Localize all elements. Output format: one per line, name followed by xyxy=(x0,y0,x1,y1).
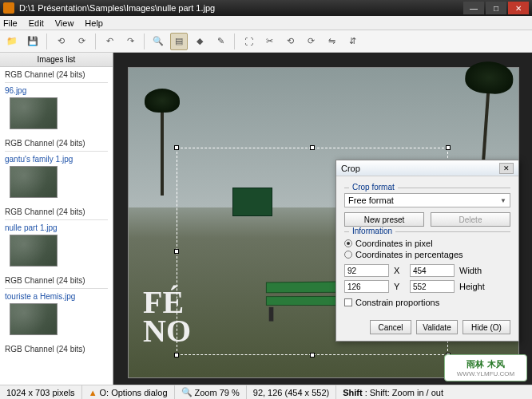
status-options: ▲O: Options dialog xyxy=(82,385,175,399)
handle-bot-left[interactable] xyxy=(174,353,179,358)
dialog-title: Crop xyxy=(341,164,499,173)
close-button[interactable]: ✕ xyxy=(508,2,529,14)
crop-height-input[interactable] xyxy=(410,280,455,293)
undo-icon[interactable]: ↶ xyxy=(101,33,118,50)
flip-h-icon[interactable]: ⇋ xyxy=(323,33,340,50)
images-list-panel: Images list RGB Channel (24 bits) 96.jpg… xyxy=(0,53,113,385)
layers-icon[interactable]: ▤ xyxy=(170,33,188,50)
effects-icon[interactable]: ◆ xyxy=(191,33,208,50)
window-title: D:\1 Présentation\Samples\Images\nulle p… xyxy=(19,3,463,13)
redo-icon[interactable]: ↷ xyxy=(121,33,139,50)
handle-top-left[interactable] xyxy=(174,145,179,150)
status-shift: Shift: Shift: Zoom in / out xyxy=(336,385,450,399)
app-icon xyxy=(3,2,14,14)
crop-icon[interactable]: ✂ xyxy=(260,33,278,50)
stack-back-icon[interactable]: ⟲ xyxy=(52,33,69,50)
crop-format-select[interactable]: Free format xyxy=(344,193,510,207)
new-preset-button[interactable]: New preset xyxy=(344,212,424,227)
validate-button[interactable]: Validate xyxy=(416,320,458,334)
thumbnail xyxy=(10,235,58,267)
open-icon[interactable]: 📁 xyxy=(3,33,21,50)
menu-file[interactable]: File xyxy=(3,18,18,28)
status-coords: 92, 126 (454 x 552) xyxy=(247,385,336,399)
menu-edit[interactable]: Edit xyxy=(29,18,44,28)
handle-mid-left[interactable] xyxy=(174,249,179,254)
watermark: 雨林 木风 WWW.YLMFU.COM xyxy=(444,354,527,381)
cancel-button[interactable]: Cancel xyxy=(370,320,411,334)
coords-percent-radio[interactable]: Coordinates in percentages xyxy=(344,250,510,259)
rotate-left-icon[interactable]: ⟲ xyxy=(281,33,299,50)
status-dimensions: 1024 x 703 pixels xyxy=(0,385,82,399)
dialog-close-icon[interactable]: ✕ xyxy=(499,163,514,174)
toolbar: 📁 💾 ⟲ ⟳ ↶ ↷ 🔍 ▤ ◆ ✎ ⛶ ✂ ⟲ ⟳ ⇋ ⇵ xyxy=(0,30,532,53)
rotate-right-icon[interactable]: ⟳ xyxy=(302,33,320,50)
list-item[interactable]: RGB Channel (24 bits) nulle part 1.jpg xyxy=(0,204,113,273)
information-label: Information xyxy=(349,227,395,235)
menu-help[interactable]: Help xyxy=(85,18,103,28)
delete-preset-button[interactable]: Delete xyxy=(431,212,510,227)
thumbnail xyxy=(10,303,58,335)
handle-bot-mid[interactable] xyxy=(310,353,315,358)
constrain-checkbox[interactable]: Constrain proportions xyxy=(344,298,510,307)
images-list-header: Images list xyxy=(0,53,113,67)
list-item[interactable]: RGB Channel (24 bits) touriste a Hemis.j… xyxy=(0,273,113,342)
brush-icon[interactable]: ✎ xyxy=(212,33,229,50)
minimize-button[interactable]: — xyxy=(463,2,484,14)
statusbar: 1024 x 703 pixels ▲O: Options dialog 🔍Zo… xyxy=(0,385,532,399)
list-item[interactable]: RGB Channel (24 bits) gantu's family 1.j… xyxy=(0,136,113,204)
resize-icon[interactable]: ⛶ xyxy=(240,33,257,50)
crop-y-input[interactable] xyxy=(344,280,389,293)
zoom-icon[interactable]: 🔍 xyxy=(149,33,167,50)
crop-width-input[interactable] xyxy=(410,264,455,277)
menu-view[interactable]: View xyxy=(55,18,74,28)
status-zoom: 🔍Zoom 79 % xyxy=(175,385,247,399)
crop-x-input[interactable] xyxy=(344,264,389,277)
crop-dialog: Crop ✕ Crop format Free format New prese… xyxy=(335,160,519,342)
stack-fwd-icon[interactable]: ⟳ xyxy=(73,33,90,50)
save-icon[interactable]: 💾 xyxy=(24,33,42,50)
handle-top-right[interactable] xyxy=(446,145,451,150)
crop-format-label: Crop format xyxy=(349,183,398,192)
list-item[interactable]: RGB Channel (24 bits) xyxy=(0,342,113,360)
menubar: File Edit View Help xyxy=(0,16,532,30)
thumbnail xyxy=(10,97,58,129)
coords-pixel-radio[interactable]: Coordinates in pixel xyxy=(344,239,510,248)
maximize-button[interactable]: □ xyxy=(486,2,506,14)
thumbnail xyxy=(10,166,58,198)
handle-top-mid[interactable] xyxy=(310,145,315,150)
hide-button[interactable]: Hide (O) xyxy=(463,320,510,334)
flip-v-icon[interactable]: ⇵ xyxy=(343,33,361,50)
list-item[interactable]: RGB Channel (24 bits) 96.jpg xyxy=(0,67,113,136)
